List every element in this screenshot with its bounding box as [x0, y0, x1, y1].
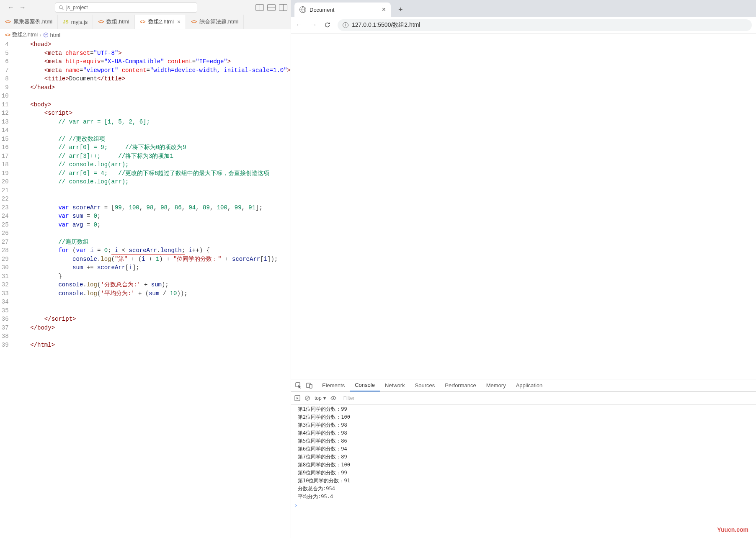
- breadcrumb-symbol: html: [50, 32, 61, 38]
- devtools-tab-network[interactable]: Network: [380, 379, 410, 391]
- line-number: 37: [0, 324, 9, 332]
- svg-line-7: [306, 396, 309, 399]
- info-icon: i: [343, 22, 348, 28]
- code-line[interactable]: </head>: [16, 83, 291, 92]
- forward-arrow-icon[interactable]: →: [19, 4, 26, 11]
- code-line[interactable]: [16, 229, 291, 238]
- play-icon[interactable]: [294, 395, 300, 401]
- file-type-icon: <>: [191, 19, 197, 25]
- code-line[interactable]: </body>: [16, 324, 291, 332]
- console-filter[interactable]: Filter: [341, 395, 753, 401]
- layout-split-right-icon[interactable]: [279, 4, 287, 11]
- code-editor[interactable]: 4567891011121314151617181920212223242526…: [0, 40, 291, 538]
- search-icon: [59, 5, 64, 10]
- editor-tab[interactable]: <>累乘器案例.html: [0, 15, 58, 29]
- code-line[interactable]: var avg = 0;: [16, 221, 291, 229]
- browser-viewport: [291, 33, 756, 379]
- code-line[interactable]: // console.log(arr);: [16, 178, 291, 186]
- inspect-icon[interactable]: [295, 382, 302, 389]
- code-line[interactable]: console.log('平均分为:' + (sum / 10));: [16, 289, 291, 298]
- symbol-icon: [43, 32, 49, 38]
- browser-window: Document × + ← → i 127.0.0.1:5500/数组2.ht…: [291, 0, 756, 538]
- line-number: 7: [0, 66, 9, 75]
- browser-tab[interactable]: Document ×: [294, 3, 391, 17]
- devtools-tab-memory[interactable]: Memory: [481, 379, 511, 391]
- code-line[interactable]: <meta charset="UTF-8">: [16, 49, 291, 58]
- console-toolbar: top ▾ Filter: [291, 392, 756, 404]
- eye-icon[interactable]: [330, 395, 337, 401]
- editor-tab[interactable]: <>数组.html: [93, 15, 134, 29]
- code-line[interactable]: [16, 186, 291, 195]
- devtools-tab-sources[interactable]: Sources: [410, 379, 440, 391]
- line-number: 39: [0, 341, 9, 350]
- code-line[interactable]: </script>: [16, 315, 291, 324]
- browser-forward-icon[interactable]: →: [310, 21, 317, 29]
- code-line[interactable]: console.log("第" + (i + 1) + "位同学的分数：" + …: [16, 255, 291, 264]
- console-row: 第2位同学的分数：100: [291, 413, 756, 421]
- code-line[interactable]: for (var i = 0; i < scoreArr.length; i++…: [16, 246, 291, 255]
- code-line[interactable]: //遍历数组: [16, 238, 291, 247]
- code-line[interactable]: <script>: [16, 109, 291, 118]
- code-line[interactable]: // arr[0] = 9; //将下标为0的项改为9: [16, 143, 291, 152]
- line-number: 36: [0, 315, 9, 324]
- devtools-tab-application[interactable]: Application: [511, 379, 548, 391]
- line-number: 30: [0, 263, 9, 272]
- browser-tabbar: Document × +: [291, 0, 756, 17]
- devtools-tabs: ElementsConsoleNetworkSourcesPerformance…: [291, 379, 756, 392]
- close-icon[interactable]: ×: [177, 18, 181, 25]
- file-type-icon: <>: [98, 19, 104, 25]
- layout-split-bottom-icon[interactable]: [267, 4, 276, 11]
- code-line[interactable]: }: [16, 272, 291, 281]
- code-line[interactable]: <body>: [16, 100, 291, 109]
- code-line[interactable]: // console.log(arr);: [16, 160, 291, 169]
- code-line[interactable]: // //更改数组项: [16, 135, 291, 144]
- new-tab-button[interactable]: +: [396, 3, 405, 17]
- back-arrow-icon[interactable]: ←: [8, 4, 14, 11]
- code-line[interactable]: </html>: [16, 341, 291, 350]
- code-line[interactable]: [16, 306, 291, 315]
- devtools-tab-performance[interactable]: Performance: [440, 379, 481, 391]
- line-number: 16: [0, 143, 9, 152]
- chevron-down-icon: ▾: [323, 395, 326, 401]
- breadcrumb-file: 数组2.html: [12, 31, 38, 39]
- code-line[interactable]: [16, 298, 291, 306]
- devtools-tab-console[interactable]: Console: [350, 379, 380, 391]
- code-line[interactable]: [16, 126, 291, 135]
- devtools-tab-elements[interactable]: Elements: [317, 379, 350, 391]
- editor-tab[interactable]: <>综合算法题.html: [186, 15, 244, 29]
- code-line[interactable]: <title>Document</title>: [16, 75, 291, 83]
- command-search[interactable]: js_project: [55, 3, 197, 13]
- line-number: 20: [0, 178, 9, 186]
- code-line[interactable]: <meta http-equiv="X-UA-Compatible" conte…: [16, 57, 291, 66]
- code-line[interactable]: // var arr = [1, 5, 2, 6];: [16, 118, 291, 126]
- code-line[interactable]: var sum = 0;: [16, 212, 291, 221]
- url-bar[interactable]: i 127.0.0.1:5500/数组2.html: [338, 19, 752, 31]
- code-line[interactable]: [16, 332, 291, 341]
- globe-icon: [299, 6, 306, 13]
- code-line[interactable]: <meta name="viewport" content="width=dev…: [16, 66, 291, 75]
- breadcrumbs[interactable]: <> 数组2.html › html: [0, 29, 291, 40]
- url-text: 127.0.0.1:5500/数组2.html: [352, 21, 420, 29]
- console-prompt[interactable]: ›: [291, 501, 756, 510]
- code-line[interactable]: <head>: [16, 40, 291, 49]
- context-selector[interactable]: top ▾: [315, 395, 326, 401]
- line-number: 14: [0, 126, 9, 135]
- editor-tab[interactable]: <>数组2.html×: [135, 15, 186, 29]
- line-number: 34: [0, 298, 9, 306]
- code-line[interactable]: // arr[6] = 4; //更改的下标6超过了数组中的最大下标，会直接创造…: [16, 169, 291, 178]
- clear-console-icon[interactable]: [304, 395, 310, 401]
- browser-toolbar: ← → i 127.0.0.1:5500/数组2.html: [291, 17, 756, 33]
- code-line[interactable]: sum += scoreArr[i];: [16, 263, 291, 272]
- editor-tab[interactable]: JSmyjs.js: [58, 15, 93, 29]
- code-line[interactable]: console.log('分数总合为:' + sum);: [16, 281, 291, 289]
- device-toggle-icon[interactable]: [306, 382, 313, 389]
- browser-back-icon[interactable]: ←: [295, 21, 303, 29]
- code-line[interactable]: var scoreArr = [99, 100, 98, 98, 86, 94,…: [16, 203, 291, 212]
- code-line[interactable]: [16, 92, 291, 100]
- reload-icon[interactable]: [324, 21, 331, 28]
- close-icon[interactable]: ×: [382, 6, 386, 13]
- line-number: 18: [0, 160, 9, 169]
- code-line[interactable]: // arr[3]++; //将下标为3的项加1: [16, 152, 291, 161]
- code-line[interactable]: [16, 195, 291, 203]
- layout-split-left-icon[interactable]: [255, 4, 264, 11]
